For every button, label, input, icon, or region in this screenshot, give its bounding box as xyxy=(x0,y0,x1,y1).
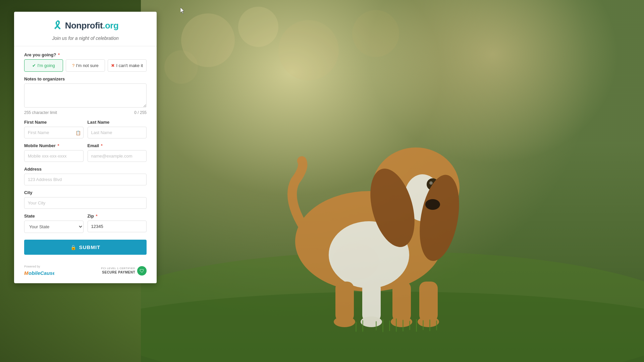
mobile-label: Mobile Number * xyxy=(24,143,84,148)
rsvp-going-button[interactable]: ✔ I'm going xyxy=(24,59,63,72)
check-icon: ✔ xyxy=(32,63,36,68)
form-header: 🎗 Nonprofit.org Join us for a night of c… xyxy=(14,12,157,46)
mobile-group: Mobile Number * xyxy=(24,143,84,162)
state-group: State Your State ALAKAZAR CACOCTDE FLGAH… xyxy=(24,214,84,233)
shield-icon: 🛡 xyxy=(137,266,147,276)
zip-input[interactable] xyxy=(88,221,147,232)
logo-org: .org xyxy=(103,20,118,31)
background-photo xyxy=(141,0,644,362)
first-name-label: First Name xyxy=(24,120,84,125)
email-group: Email * xyxy=(88,143,147,162)
lock-icon: 🔒 xyxy=(70,245,76,250)
form-body: Are you going? * ✔ I'm going ? I'm not s… xyxy=(14,46,157,261)
state-select[interactable]: Your State ALAKAZAR CACOCTDE FLGAHIID IL… xyxy=(24,221,84,233)
mobilecause-wordmark: M obileCause xyxy=(24,269,54,277)
ribbon-icon: 🎗 xyxy=(52,20,63,31)
notes-group: Notes to organizers 255 character limit … xyxy=(24,76,147,115)
secure-payment-text: SECURE PAYMENT xyxy=(101,270,135,275)
submit-label: SUBMIT xyxy=(79,244,101,250)
x-icon: ✖ xyxy=(111,63,115,68)
notes-label: Notes to organizers xyxy=(24,76,147,81)
rsvp-buttons: ✔ I'm going ? I'm not sure ✖ I can't mak… xyxy=(24,59,147,72)
mobile-input[interactable] xyxy=(24,150,84,162)
first-name-group: First Name 📋 xyxy=(24,120,84,138)
address-group: Address xyxy=(24,167,147,185)
zip-group: Zip * xyxy=(88,214,147,233)
last-name-label: Last Name xyxy=(88,120,147,125)
pci-text: PCI LEVEL 1 CERTIFIED SECURE PAYMENT xyxy=(101,266,135,275)
contact-row: Mobile Number * Email * xyxy=(24,143,147,167)
pci-certified-text: PCI LEVEL 1 CERTIFIED xyxy=(101,266,135,270)
notes-textarea[interactable] xyxy=(24,83,147,108)
char-limit-text: 255 character limit xyxy=(24,110,57,115)
mc-logo-row: M obileCause xyxy=(24,269,54,277)
rsvp-cant-make-it-button[interactable]: ✖ I can't make it xyxy=(108,59,147,72)
rsvp-group: Are you going? * ✔ I'm going ? I'm not s… xyxy=(24,52,147,72)
form-panel: 🎗 Nonprofit.org Join us for a night of c… xyxy=(14,12,157,283)
first-name-input-wrapper: 📋 xyxy=(24,127,84,138)
powered-by-text: Powered by xyxy=(24,265,40,268)
last-name-input[interactable] xyxy=(88,127,147,138)
city-input[interactable] xyxy=(24,197,147,209)
rsvp-not-sure-button[interactable]: ? I'm not sure xyxy=(66,59,105,72)
tagline: Join us for a night of celebration xyxy=(24,36,147,41)
zip-label: Zip * xyxy=(88,214,147,219)
logo-area: 🎗 Nonprofit.org xyxy=(24,20,147,31)
char-count: 0 / 255 xyxy=(134,110,147,115)
email-label: Email * xyxy=(88,143,147,148)
rsvp-cant-make-it-label: I can't make it xyxy=(116,63,143,68)
state-label: State xyxy=(24,214,84,219)
svg-text:obileCause: obileCause xyxy=(29,270,54,276)
state-zip-row: State Your State ALAKAZAR CACOCTDE FLGAH… xyxy=(24,214,147,238)
secure-payment: PCI LEVEL 1 CERTIFIED SECURE PAYMENT 🛡 xyxy=(101,266,147,276)
rsvp-not-sure-label: I'm not sure xyxy=(76,63,99,68)
mobilecause-logo: Powered by M obileCause xyxy=(24,265,54,277)
submit-button[interactable]: 🔒 SUBMIT xyxy=(24,240,147,255)
rsvp-going-label: I'm going xyxy=(37,63,55,68)
svg-text:M: M xyxy=(24,270,29,276)
name-row: First Name 📋 Last Name xyxy=(24,120,147,143)
logo-name: Nonprofit xyxy=(65,20,103,31)
rsvp-label: Are you going? * xyxy=(24,52,147,57)
first-name-input[interactable] xyxy=(24,127,84,138)
last-name-group: Last Name xyxy=(88,120,147,138)
form-footer: Powered by M obileCause PCI LEVEL 1 CERT… xyxy=(14,261,157,277)
logo-text: Nonprofit.org xyxy=(65,20,119,31)
city-label: City xyxy=(24,190,147,195)
address-label: Address xyxy=(24,167,147,172)
notes-meta: 255 character limit 0 / 255 xyxy=(24,110,147,115)
email-input[interactable] xyxy=(88,150,147,162)
person-icon: 📋 xyxy=(75,130,81,135)
city-group: City xyxy=(24,190,147,209)
question-icon: ? xyxy=(72,63,74,68)
address-input[interactable] xyxy=(24,174,147,185)
